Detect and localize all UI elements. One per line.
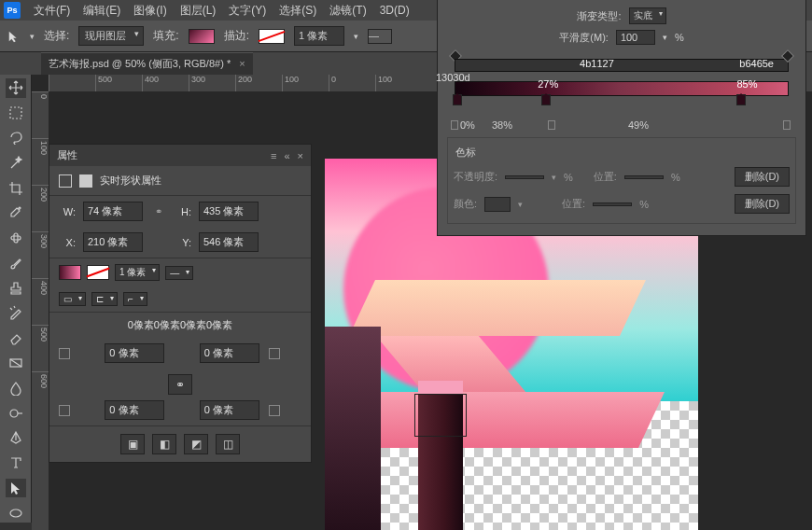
- lasso-tool[interactable]: [6, 129, 26, 148]
- ruler-tick: 200: [235, 75, 282, 91]
- menu-select[interactable]: 选择(S): [279, 3, 316, 19]
- panel-menu-icon[interactable]: ≡: [271, 150, 276, 161]
- delete-opacity-stop[interactable]: 删除(D): [735, 167, 790, 187]
- h-label: H:: [175, 206, 191, 217]
- menu-layer[interactable]: 图层(L): [180, 3, 217, 19]
- properties-subtitle: 实时形状属性: [100, 174, 161, 188]
- artwork-left-wall: [325, 327, 381, 530]
- align-mini[interactable]: ▭: [59, 292, 86, 306]
- corner-bl[interactable]: 0 像素: [105, 400, 164, 420]
- select-layer-dropdown[interactable]: 现用图层: [78, 26, 144, 46]
- y-label: Y:: [175, 237, 191, 248]
- close-panel-icon[interactable]: ×: [298, 150, 303, 161]
- corner-tr[interactable]: 0 像素: [200, 343, 259, 363]
- stamp-tool[interactable]: [6, 278, 26, 298]
- w-label: W:: [59, 206, 76, 217]
- eraser-tool[interactable]: [6, 328, 26, 348]
- color-pos-field[interactable]: [593, 202, 632, 206]
- crop-tool[interactable]: [6, 178, 26, 198]
- pen-tool[interactable]: [6, 428, 26, 448]
- ruler-tick: 0: [32, 91, 49, 138]
- corner-bl-chk[interactable]: [59, 405, 70, 416]
- stops-title: 色标: [454, 144, 790, 163]
- blur-tool[interactable]: [6, 378, 26, 398]
- history-brush-tool[interactable]: [6, 303, 26, 323]
- brush-tool[interactable]: [6, 253, 26, 272]
- menu-type[interactable]: 文字(Y): [229, 3, 266, 19]
- stroke-swatch[interactable]: [259, 29, 285, 44]
- caps-mini[interactable]: ⊏: [91, 292, 118, 306]
- close-tab-icon[interactable]: ×: [239, 58, 245, 69]
- path-select-tool[interactable]: [6, 479, 26, 498]
- svg-point-5: [10, 509, 21, 517]
- pathop-combine[interactable]: ▣: [120, 434, 145, 454]
- menu-image[interactable]: 图像(I): [133, 3, 166, 19]
- selection-box[interactable]: [414, 394, 467, 437]
- pathop-exclude[interactable]: ◫: [216, 434, 240, 454]
- opacity-field[interactable]: [505, 175, 544, 179]
- pct-27: 27%: [538, 78, 558, 90]
- link-wh-icon[interactable]: ⚭: [150, 205, 167, 218]
- corner-tr-chk[interactable]: [269, 348, 280, 359]
- menu-3d[interactable]: 3D(D): [380, 4, 410, 17]
- path-tool-icon: [7, 30, 21, 43]
- menu-file[interactable]: 文件(F): [34, 3, 70, 19]
- stroke-mini-swatch[interactable]: [87, 265, 109, 280]
- properties-panel: 属性 ≡ « × 实时形状属性 W: 74 像素 ⚭ H: 435 像素 X: …: [49, 144, 312, 463]
- type-tool[interactable]: [6, 453, 26, 473]
- dodge-tool[interactable]: [6, 403, 26, 423]
- marquee-tool[interactable]: [6, 104, 26, 123]
- wand-tool[interactable]: [6, 153, 26, 173]
- stops-section: 色标 不透明度: ▾ % 位置: % 删除(D) 颜色: ▾ 位置: % 删除(…: [447, 137, 796, 224]
- diamond-icon-r[interactable]: [783, 120, 791, 130]
- fill-swatch[interactable]: [189, 29, 215, 44]
- stroke-style-mini[interactable]: —: [165, 266, 193, 280]
- opacity-track[interactable]: 4b1127 b6465e: [447, 53, 796, 77]
- chevron-down-icon[interactable]: ▾: [30, 32, 35, 41]
- fill-mini-swatch[interactable]: [59, 265, 81, 280]
- move-tool[interactable]: [6, 78, 26, 98]
- heal-tool[interactable]: [6, 229, 26, 248]
- color-stop-85[interactable]: [736, 94, 746, 105]
- ruler-tick: [49, 75, 95, 91]
- menu-edit[interactable]: 编辑(E): [83, 3, 120, 19]
- shape-tool[interactable]: [6, 503, 26, 523]
- opacity-pos-field[interactable]: [624, 175, 664, 179]
- position-label-2: 位置:: [562, 197, 585, 211]
- smoothness-dd[interactable]: ▾: [663, 33, 667, 42]
- corner-tl[interactable]: 0 像素: [105, 343, 164, 363]
- shape-icon: [59, 174, 72, 188]
- color-swatch[interactable]: [484, 197, 511, 212]
- color-stop-27[interactable]: [541, 94, 551, 105]
- width-field[interactable]: 74 像素: [83, 202, 143, 221]
- height-field[interactable]: 435 像素: [199, 202, 259, 221]
- corner-tl-chk[interactable]: [59, 348, 70, 359]
- stroke-width-mini[interactable]: 1 像素: [115, 264, 160, 281]
- delete-color-stop[interactable]: 删除(D): [735, 194, 790, 214]
- corner-br[interactable]: 0 像素: [200, 400, 259, 420]
- corners-mini[interactable]: ⌐: [123, 292, 147, 306]
- pathop-subtract[interactable]: ◧: [152, 434, 176, 454]
- color-stop-0[interactable]: [453, 94, 462, 105]
- x-field[interactable]: 210 像素: [83, 232, 143, 252]
- ruler-tick: 300: [32, 231, 49, 278]
- collapse-icon[interactable]: «: [284, 150, 289, 161]
- stroke-width-field[interactable]: 1 像素: [294, 26, 344, 46]
- stroke-width-dd[interactable]: ▾: [354, 32, 358, 41]
- eyedropper-tool[interactable]: [6, 203, 26, 223]
- corner-br-chk[interactable]: [269, 405, 280, 416]
- tool-strip: [0, 75, 32, 523]
- diamond-icon[interactable]: [548, 120, 555, 130]
- menu-filter[interactable]: 滤镜(T): [329, 3, 366, 19]
- link-corners-icon[interactable]: ⚭: [168, 374, 192, 395]
- document-tab-label: 艺术海报.psd @ 50% (侧面3, RGB/8#) *: [49, 58, 231, 69]
- color-gradient-bar[interactable]: 27% 85%: [447, 81, 796, 111]
- stroke-style[interactable]: —: [368, 29, 392, 44]
- grad-type-dropdown[interactable]: 实底: [629, 7, 666, 24]
- y-field[interactable]: 546 像素: [199, 232, 259, 252]
- smoothness-field[interactable]: 100: [616, 30, 655, 45]
- gradient-tool[interactable]: [6, 354, 26, 373]
- pathop-intersect[interactable]: ◩: [184, 434, 208, 454]
- document-tab[interactable]: 艺术海报.psd @ 50% (侧面3, RGB/8#) * ×: [41, 52, 253, 75]
- pct-sign4: %: [639, 199, 649, 210]
